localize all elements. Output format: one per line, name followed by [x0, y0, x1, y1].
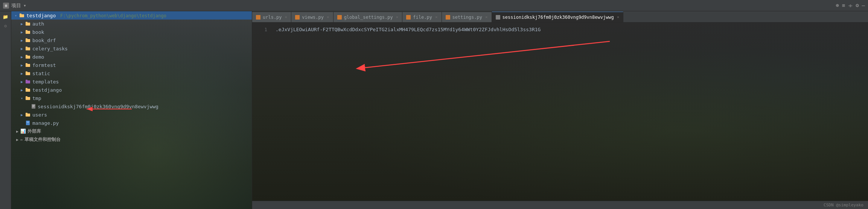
root-path: F:\pychrom_python\web\django\testdjango: [60, 13, 166, 18]
project-label: 项目: [11, 2, 21, 9]
svg-rect-24: [32, 104, 35, 109]
minimize-icon[interactable]: —: [862, 2, 865, 9]
line-numbers: 1: [252, 23, 271, 37]
svg-rect-29: [26, 113, 27, 114]
demo-folder-icon: [25, 54, 31, 60]
file-tree-panel: ▾ testdjango F:\pychrom_python\web\djang…: [11, 11, 252, 209]
tab-close-global-settings[interactable]: ×: [396, 15, 399, 20]
svg-rect-2: [26, 23, 30, 26]
tab-close-file[interactable]: ×: [435, 15, 438, 20]
svg-rect-19: [26, 88, 27, 89]
auth-folder-icon: [25, 21, 31, 27]
tmp-folder-icon: [25, 95, 31, 101]
tab-close-urls[interactable]: ×: [285, 15, 288, 20]
tree-item-static[interactable]: ▶ static: [11, 69, 252, 77]
static-label: static: [32, 71, 50, 76]
tab-close-views[interactable]: ×: [327, 15, 329, 20]
tree-item-templates[interactable]: ▶ templates: [11, 77, 252, 86]
tree-item-session-file[interactable]: ▶ sessionidkskj76fm0j0zk360vng9d9vn8ewvj…: [11, 102, 252, 111]
file-tree-content[interactable]: ▾ testdjango F:\pychrom_python\web\djang…: [11, 11, 252, 209]
tree-item-demo[interactable]: ▶ demo: [11, 53, 252, 61]
expand-external-icon: ▶: [14, 128, 20, 134]
tab-settings[interactable]: settings.py ×: [442, 12, 492, 22]
tree-item-testdjango[interactable]: ▶ testdjango: [11, 86, 252, 94]
svg-rect-18: [26, 89, 30, 92]
svg-rect-5: [26, 30, 27, 31]
tab-close-settings[interactable]: ×: [485, 15, 488, 20]
tab-close-session-file[interactable]: ×: [617, 15, 620, 20]
manage-py-label: manage.py: [32, 120, 59, 126]
svg-rect-6: [26, 39, 30, 42]
svg-rect-21: [26, 96, 27, 97]
sidebar-files-icon[interactable]: 📁: [2, 13, 10, 21]
expand-templates-icon: ▶: [19, 79, 25, 85]
tab-label-file: file.py: [413, 15, 432, 20]
tab-urls[interactable]: urls.py ×: [252, 12, 291, 22]
external-libs-label: 外部库: [27, 128, 41, 135]
svg-rect-16: [26, 80, 30, 83]
session-file-type-icon: [31, 104, 36, 109]
expand-auth-icon: ▶: [19, 21, 25, 27]
expand-tmp-icon: ▾: [19, 95, 25, 101]
tab-label-session-file: sessionidkskj76fm0j0zk360vng9d9vn8ewvjww…: [503, 15, 614, 20]
tree-item-book[interactable]: ▶ book: [11, 28, 252, 36]
templates-folder-icon: [25, 79, 31, 85]
tab-icon-settings: [446, 15, 450, 20]
tab-session-file[interactable]: sessionidkskj76fm0j0zk360vng9d9vn8ewvjww…: [492, 12, 624, 22]
tab-label-views: views.py: [302, 15, 324, 20]
svg-rect-7: [26, 38, 27, 39]
expand-demo-icon: ▶: [19, 54, 25, 60]
expand-scratches-icon: ▶: [14, 136, 20, 142]
sidebar-strip: 📁 ⚙: [0, 11, 11, 209]
tab-label-global-settings: global_settings.py: [344, 15, 393, 20]
book-drf-folder-icon: [25, 37, 31, 43]
celery-label: celery_tasks: [32, 46, 68, 51]
tree-root-item[interactable]: ▾ testdjango F:\pychrom_python\web\djang…: [11, 11, 252, 20]
tab-icon-file: [406, 15, 411, 20]
sidebar-structure-icon[interactable]: ⚙: [2, 22, 10, 30]
no-expand-manage-icon: ▶: [19, 120, 25, 126]
demo-label: demo: [32, 54, 44, 60]
globe-icon[interactable]: ⊕: [836, 2, 839, 9]
expand-celery-icon: ▶: [19, 45, 25, 51]
tree-item-formtest[interactable]: ▶ formtest: [11, 61, 252, 69]
tree-item-book-drf[interactable]: ▶ book_drf: [11, 36, 252, 44]
svg-rect-3: [26, 22, 27, 23]
scratches-icon: ✏: [20, 137, 23, 142]
code-content[interactable]: .eJxVjLEOwiAURf-F2TTQBwXcdDdxcSYPeITG2ia…: [271, 23, 868, 201]
tree-item-manage-py[interactable]: ▶ manage.py: [11, 119, 252, 127]
formtest-folder-icon: [25, 62, 31, 68]
tab-label-settings: settings.py: [452, 15, 482, 20]
expand-formtest-icon: ▶: [19, 62, 25, 68]
watermark-text: CSDN @simpleyako: [824, 203, 863, 207]
svg-rect-8: [26, 47, 30, 50]
svg-rect-9: [26, 47, 27, 48]
tree-item-auth[interactable]: ▶ auth: [11, 20, 252, 28]
no-expand-session-icon: ▶: [25, 103, 31, 109]
svg-rect-0: [20, 14, 24, 17]
tree-item-celery-tasks[interactable]: ▶ celery_tasks: [11, 44, 252, 53]
scratches-label: 草稿文件和控制台: [24, 136, 61, 143]
grid-icon: ▦: [3, 3, 9, 9]
dropdown-arrow-icon[interactable]: ▾: [23, 3, 26, 8]
tab-file[interactable]: file.py ×: [402, 12, 442, 22]
svg-rect-11: [26, 55, 27, 56]
tree-section-scratches[interactable]: ▶ ✏ 草稿文件和控制台: [11, 135, 252, 144]
static-folder-icon: [25, 70, 31, 76]
tree-section-external[interactable]: ▶ 📊 外部库: [11, 127, 252, 135]
tab-views[interactable]: views.py ×: [291, 12, 333, 22]
split-icon[interactable]: ⟛: [848, 2, 853, 9]
editor-content[interactable]: 1 .eJxVjLEOwiAURf-F2TTQBwXcdDdxcSYPeITG2…: [252, 23, 868, 201]
tab-icon-global-settings: [337, 15, 342, 20]
gear-icon[interactable]: ⚙: [856, 2, 859, 9]
expand-book-icon: ▶: [19, 29, 25, 35]
tree-item-users[interactable]: ▶ users: [11, 111, 252, 119]
manage-file-icon: [25, 120, 31, 126]
list-icon[interactable]: ≡: [842, 2, 845, 9]
svg-rect-4: [26, 31, 30, 34]
svg-rect-30: [26, 121, 30, 125]
svg-rect-17: [26, 80, 27, 81]
tree-item-tmp[interactable]: ▾ tmp: [11, 94, 252, 102]
tab-global-settings[interactable]: global_settings.py ×: [333, 12, 403, 22]
auth-label: auth: [32, 21, 44, 27]
